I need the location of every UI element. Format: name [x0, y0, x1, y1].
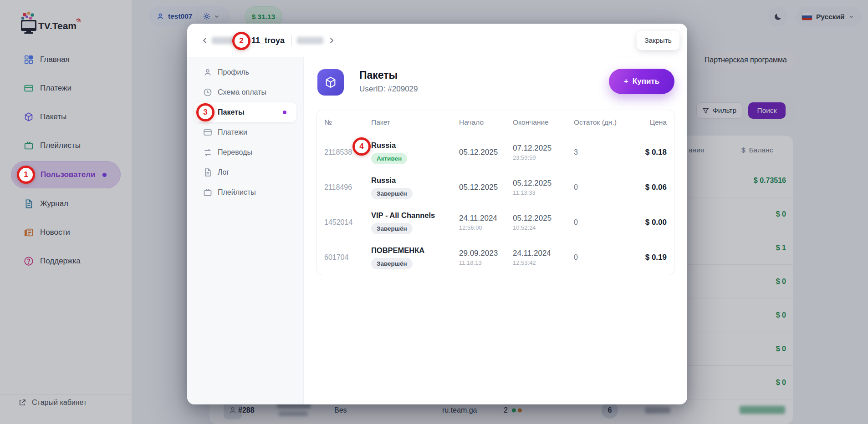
package-name: Russia: [371, 176, 459, 185]
redacted-next-user: [297, 37, 323, 44]
start-cell: 29.09.2023 11:18:13: [459, 249, 513, 266]
start-cell: 05.12.2025: [459, 183, 513, 192]
price: $ 0.18: [636, 148, 667, 157]
modal-tab-label: Платежи: [218, 128, 247, 136]
days-left: 3: [574, 148, 636, 156]
modal-tab-label: Схема оплаты: [218, 88, 266, 96]
chevron-right-icon[interactable]: [327, 36, 336, 45]
end-cell: 24.11.2024 12:53:42: [513, 249, 574, 266]
transfer-icon: [203, 148, 212, 157]
package-name: ПОВРЕМЕНКА: [371, 246, 459, 255]
start-time: 12:56:00: [459, 224, 513, 231]
start-date: 24.11.2024: [459, 214, 513, 223]
packages-table: № Пакет Начало Окончание Остаток (дн.) Ц…: [317, 110, 674, 275]
end-cell: 05.12.2025 10:52:24: [513, 214, 574, 231]
package-no: 601704: [324, 253, 371, 262]
package-cell: ПОВРЕМЕНКА Завершён: [371, 246, 459, 269]
end-date: 05.12.2025: [513, 179, 574, 188]
close-label: Закрыть: [644, 36, 672, 45]
modal-body: Профиль Схема оплаты Пакеты Платежи: [187, 57, 687, 404]
end-time: 23:59:59: [513, 154, 574, 161]
col-end: Окончание: [513, 118, 574, 126]
modal-tab-payments[interactable]: Платежи: [187, 122, 303, 142]
package-cell: Russia Активен: [371, 141, 459, 164]
user-details-modal: 11_troya Закрыть Профиль Схема оплаты Па…: [187, 24, 687, 404]
start-time: 11:18:13: [459, 259, 513, 266]
start-date: 29.09.2023: [459, 249, 513, 258]
start-cell: 24.11.2024 12:56:00: [459, 214, 513, 231]
modal-main: Пакеты UserID: #209029 + Купить № Пакет …: [304, 57, 687, 404]
modal-tab-label: Переводы: [218, 148, 252, 156]
modal-tab-profile[interactable]: Профиль: [187, 62, 303, 82]
end-cell: 05.12.2025 11:13:33: [513, 179, 574, 196]
start-cell: 05.12.2025: [459, 148, 513, 157]
modal-tab-playlists[interactable]: Плейлисты: [187, 182, 303, 202]
modal-header: 11_troya Закрыть: [187, 24, 687, 57]
person-icon: [203, 68, 212, 77]
col-price: Цена: [636, 118, 667, 126]
col-no: №: [324, 118, 371, 126]
col-package: Пакет: [371, 118, 459, 126]
end-time: 12:53:42: [513, 259, 574, 266]
status-badge: Завершён: [371, 188, 413, 199]
price: $ 0.00: [636, 218, 667, 227]
modal-user-title: 11_troya: [251, 35, 285, 45]
col-start: Начало: [459, 118, 513, 126]
card-icon: [203, 128, 212, 137]
packages-table-header: № Пакет Начало Окончание Остаток (дн.) Ц…: [317, 110, 674, 135]
package-name: Russia: [371, 141, 459, 150]
app-screenshot: TV.Team Главная Платежи Пакеты Плейлисты: [0, 0, 868, 424]
col-days: Остаток (дн.): [574, 118, 636, 126]
document-icon: [203, 168, 212, 177]
table-row: 601704 ПОВРЕМЕНКА Завершён 29.09.2023 11…: [317, 240, 674, 275]
end-date: 05.12.2025: [513, 214, 574, 223]
end-time: 11:13:33: [513, 189, 574, 196]
status-badge: Активен: [371, 153, 407, 164]
package-no: 1452014: [324, 218, 371, 227]
annotation-marker-2: 2: [232, 32, 250, 50]
modal-tab-log[interactable]: Лог: [187, 162, 303, 182]
tv-icon: [203, 188, 212, 197]
days-left: 0: [574, 253, 636, 262]
annotation-marker-4: 4: [352, 137, 371, 156]
package-no: 2118496: [324, 183, 371, 192]
modal-tab-label: Лог: [218, 168, 229, 177]
user-id-subtitle: UserID: #209029: [359, 85, 418, 94]
status-badge: Завершён: [371, 258, 413, 269]
modal-tab-label: Пакеты: [218, 108, 245, 116]
modal-tab-label: Плейлисты: [218, 188, 256, 197]
clock-icon: [203, 88, 212, 97]
plus-icon: +: [624, 77, 628, 86]
page-title: Пакеты: [359, 69, 398, 81]
end-time: 10:52:24: [513, 224, 574, 231]
nav-divider: [291, 35, 292, 45]
days-left: 0: [574, 183, 636, 192]
table-row: 2118538 Russia Активен 05.12.2025 07.12.…: [317, 135, 674, 170]
buy-label: Купить: [633, 77, 659, 86]
buy-button[interactable]: + Купить: [609, 69, 674, 94]
end-date: 24.11.2024: [513, 249, 574, 258]
packages-tile: [317, 69, 344, 96]
end-cell: 07.12.2025 23:59:59: [513, 144, 574, 161]
price: $ 0.06: [636, 183, 667, 192]
package-name: VIP - All Channels: [371, 211, 459, 220]
start-date: 05.12.2025: [459, 183, 513, 192]
package-cell: VIP - All Channels Завершён: [371, 211, 459, 234]
price: $ 0.19: [636, 253, 667, 262]
package-cell: Russia Завершён: [371, 176, 459, 199]
modal-tab-label: Профиль: [218, 68, 249, 76]
end-date: 07.12.2025: [513, 144, 574, 153]
close-button[interactable]: Закрыть: [637, 31, 679, 50]
modal-tab-payment-scheme[interactable]: Схема оплаты: [187, 82, 303, 102]
status-badge: Завершён: [371, 223, 413, 234]
active-dot: [283, 111, 286, 114]
annotation-marker-3: 3: [196, 103, 214, 121]
start-date: 05.12.2025: [459, 148, 513, 157]
days-left: 0: [574, 218, 636, 227]
table-row: 1452014 VIP - All Channels Завершён 24.1…: [317, 205, 674, 240]
chevron-left-icon[interactable]: [201, 36, 209, 45]
modal-tab-transfers[interactable]: Переводы: [187, 142, 303, 162]
table-row: 2118496 Russia Завершён 05.12.2025 05.12…: [317, 170, 674, 205]
annotation-marker-1: 1: [17, 166, 35, 184]
box-icon: [324, 76, 337, 89]
